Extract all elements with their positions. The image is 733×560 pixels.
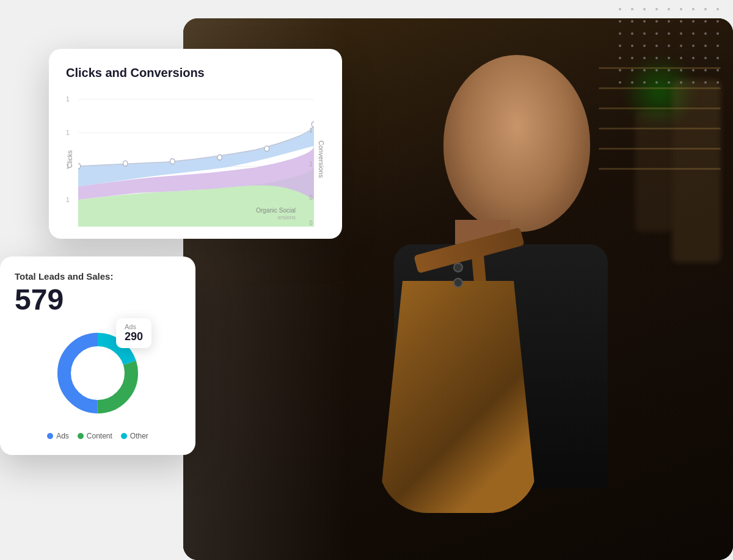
svg-point-38	[643, 57, 646, 59]
svg-point-49	[668, 69, 670, 71]
svg-point-18	[619, 32, 621, 35]
svg-point-55	[631, 81, 633, 84]
svg-point-51	[692, 69, 695, 71]
svg-point-40	[668, 57, 670, 59]
svg-point-43	[704, 57, 707, 59]
ads-tooltip-label: Ads	[125, 323, 143, 330]
svg-point-22	[668, 32, 670, 35]
svg-point-31	[668, 45, 670, 47]
svg-point-62	[717, 81, 719, 84]
svg-point-35	[717, 45, 719, 47]
organic-social-label: Organic Social ersions	[256, 207, 296, 220]
svg-point-17	[717, 20, 719, 23]
legend-content-label: Content	[87, 432, 112, 440]
legend-ads: Ads	[47, 432, 69, 440]
svg-point-66	[217, 155, 222, 160]
y-axis-conversions-label: Conversions	[318, 140, 325, 178]
svg-point-25	[704, 32, 707, 35]
svg-point-9	[619, 20, 621, 23]
svg-point-11	[643, 20, 646, 23]
svg-text:1: 1	[309, 160, 313, 167]
svg-point-0	[619, 8, 621, 10]
svg-point-64	[123, 161, 128, 166]
svg-point-6	[692, 8, 695, 10]
svg-point-41	[680, 57, 682, 59]
svg-point-44	[717, 57, 719, 59]
svg-point-47	[643, 69, 646, 71]
dots-pattern: // Dots will be rendered via inline appr…	[614, 3, 730, 89]
leads-total: 579	[15, 285, 181, 315]
svg-point-8	[717, 8, 719, 10]
svg-point-3	[655, 8, 658, 10]
svg-point-46	[631, 69, 633, 71]
legend-ads-dot	[47, 433, 53, 439]
svg-point-30	[655, 45, 658, 47]
scene: // Dots will be rendered via inline appr…	[0, 0, 733, 560]
svg-point-63	[78, 164, 81, 169]
svg-point-48	[655, 69, 658, 71]
svg-point-42	[692, 57, 695, 59]
svg-point-61	[704, 81, 707, 84]
legend-content: Content	[78, 432, 112, 440]
svg-point-60	[692, 81, 695, 84]
svg-point-2	[643, 8, 646, 10]
svg-point-59	[680, 81, 682, 84]
svg-point-45	[619, 69, 621, 71]
svg-point-16	[704, 20, 707, 23]
svg-point-32	[680, 45, 682, 47]
svg-point-21	[655, 32, 658, 35]
chart-area: Clicks 1 1 1 1	[66, 92, 325, 227]
svg-point-1	[631, 8, 633, 10]
ads-tooltip: Ads 290	[116, 318, 151, 348]
svg-text:0: 0	[309, 219, 313, 227]
svg-point-7	[704, 8, 707, 10]
legend-other-label: Other	[130, 432, 148, 440]
svg-point-39	[655, 57, 658, 59]
leads-card: Total Leads and Sales: 579	[0, 256, 195, 455]
svg-point-34	[704, 45, 707, 47]
svg-point-54	[619, 81, 621, 84]
svg-point-26	[717, 32, 719, 35]
legend-other-dot	[121, 433, 127, 439]
legend-content-dot	[78, 433, 84, 439]
chart-svg: 0 0 1 1	[78, 92, 314, 227]
svg-text:0: 0	[309, 194, 313, 201]
leads-card-title: Total Leads and Sales:	[15, 271, 181, 282]
legend-other: Other	[121, 432, 148, 440]
svg-point-50	[680, 69, 682, 71]
svg-point-58	[668, 81, 670, 84]
svg-point-52	[704, 69, 707, 71]
svg-point-67	[264, 146, 269, 151]
svg-point-36	[619, 57, 621, 59]
svg-point-10	[631, 20, 633, 23]
svg-point-12	[655, 20, 658, 23]
svg-point-33	[692, 45, 695, 47]
svg-point-57	[655, 81, 658, 84]
svg-point-15	[692, 20, 695, 23]
ads-tooltip-value: 290	[125, 330, 143, 343]
chart-inner: 1 1 1 1	[78, 92, 314, 227]
svg-point-27	[619, 45, 621, 47]
svg-point-14	[680, 20, 682, 23]
svg-point-23	[680, 32, 682, 35]
svg-point-20	[643, 32, 646, 35]
svg-text:1: 1	[309, 126, 313, 134]
svg-point-5	[680, 8, 682, 10]
svg-point-56	[643, 81, 646, 84]
donut-chart-container: Ads 290	[49, 324, 147, 422]
chart-legend: Ads Content Other	[15, 432, 181, 440]
legend-ads-label: Ads	[56, 432, 69, 440]
svg-point-65	[170, 159, 175, 164]
clicks-card: Clicks and Conversions Clicks 1 1 1 1	[49, 49, 342, 239]
svg-point-4	[668, 8, 670, 10]
svg-point-37	[631, 57, 633, 59]
svg-point-53	[717, 69, 719, 71]
svg-point-24	[692, 32, 695, 35]
svg-point-13	[668, 20, 670, 23]
svg-point-29	[643, 45, 646, 47]
svg-point-28	[631, 45, 633, 47]
svg-point-77	[72, 347, 123, 399]
svg-point-19	[631, 32, 633, 35]
clicks-card-title: Clicks and Conversions	[66, 66, 325, 80]
